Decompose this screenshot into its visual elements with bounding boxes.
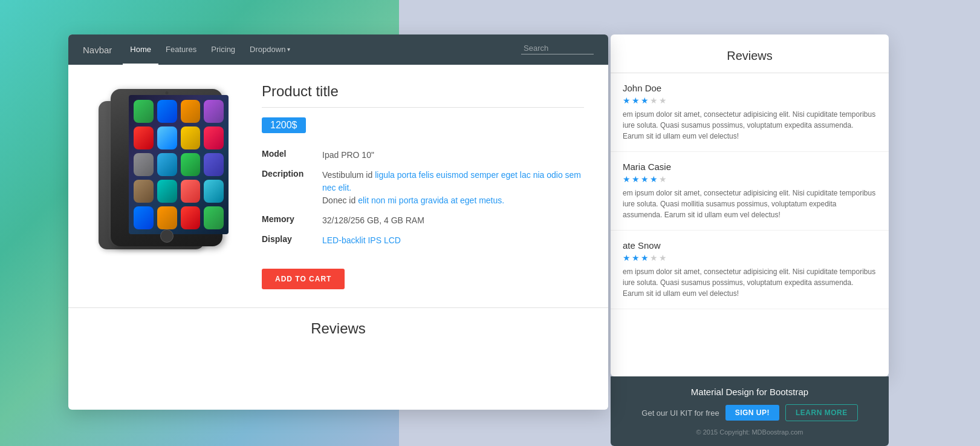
star-icon: ★ [623, 174, 631, 184]
stars-2: ★ ★ ★ ★ ★ [623, 174, 877, 184]
app-icon [157, 180, 177, 203]
footer-copyright: © 2015 Copyright: MDBoostrap.com [696, 428, 803, 436]
star-icon: ★ [659, 253, 667, 263]
app-icon [181, 180, 201, 203]
display-link[interactable]: LED-backlit IPS LCD [322, 235, 401, 245]
product-area: Product title 1200$ Model Ipad PRO 10" D… [68, 65, 608, 301]
add-to-cart-button[interactable]: ADD TO CART [262, 269, 345, 289]
app-icon [181, 206, 201, 229]
navbar: Navbar Home Features Pricing Dropdown ▾ [68, 34, 608, 65]
spec-label-memory: Memory [262, 214, 322, 227]
reviews-title: Reviews [92, 320, 584, 344]
app-icon [157, 206, 177, 229]
spec-label-model: Model [262, 149, 322, 162]
spec-value-memory: 32/128/256 GB, 4 GB RAM [322, 214, 424, 227]
review-item-1: John Doe ★ ★ ★ ★ ★ em ipsum dolor sit am… [611, 73, 889, 152]
nav-home[interactable]: Home [123, 34, 158, 65]
review-text-1: em ipsum dolor sit amet, consectetur adi… [623, 109, 877, 142]
star-icon: ★ [641, 96, 649, 105]
app-icon [204, 126, 224, 149]
star-icon: ★ [632, 96, 640, 105]
ipad-screen [129, 95, 229, 234]
spec-label-display: Display [262, 234, 322, 247]
app-icon [204, 206, 224, 229]
reviewer-name-1: John Doe [623, 83, 877, 93]
learn-more-button[interactable]: LEARN MORE [785, 404, 858, 421]
review-text-2: em ipsum dolor sit amet, consectetur adi… [623, 188, 877, 220]
nav-pricing[interactable]: Pricing [204, 34, 242, 65]
navbar-search [521, 42, 594, 57]
nav-links: Home Features Pricing Dropdown ▾ [123, 34, 521, 65]
review-text-3: em ipsum dolor sit amet, consectetur adi… [623, 266, 877, 299]
star-icon: ★ [623, 253, 631, 263]
ipad-screen-inner [129, 95, 229, 234]
footer-actions: Get our UI KIT for free SIGN UP! LEARN M… [641, 404, 857, 421]
star-icon: ★ [659, 96, 667, 105]
spec-row-memory: Memory 32/128/256 GB, 4 GB RAM [262, 211, 584, 231]
dropdown-arrow-icon: ▾ [287, 46, 290, 53]
spec-value-model: Ipad PRO 10" [322, 149, 374, 162]
app-icon [157, 126, 177, 149]
footer-card: Material Design for Bootstrap Get our UI… [611, 376, 889, 446]
footer-title: Material Design for Bootstrap [691, 387, 808, 397]
reviewer-name-2: Maria Casie [623, 162, 877, 172]
app-icon [134, 153, 154, 176]
review-item-3: ate Snow ★ ★ ★ ★ ★ em ipsum dolor sit am… [611, 231, 889, 309]
app-icon [204, 153, 224, 176]
product-image-container [92, 83, 238, 264]
star-icon: ★ [650, 96, 658, 105]
app-icon [181, 100, 201, 123]
footer-cta-text: Get our UI KIT for free [641, 408, 719, 418]
star-icon: ★ [659, 174, 667, 184]
app-icon [204, 100, 224, 123]
spec-table: Model Ipad PRO 10" Decription Vestibulum… [262, 145, 584, 251]
stars-1: ★ ★ ★ ★ ★ [623, 96, 877, 105]
star-icon: ★ [641, 174, 649, 184]
app-icon [134, 206, 154, 229]
right-panel-card: Reviews John Doe ★ ★ ★ ★ ★ em ipsum dolo… [611, 34, 889, 376]
ipad-image [99, 89, 232, 264]
spec-row-display: Display LED-backlit IPS LCD [262, 231, 584, 251]
navbar-brand: Navbar [83, 45, 112, 55]
app-icon [204, 180, 224, 203]
reviews-section: Reviews [68, 307, 608, 344]
stars-3: ★ ★ ★ ★ ★ [623, 253, 877, 263]
product-info: Product title 1200$ Model Ipad PRO 10" D… [262, 83, 584, 289]
star-icon: ★ [632, 174, 640, 184]
spec-label-description: Decription [262, 169, 322, 207]
ipad-body [111, 89, 222, 246]
app-icon [134, 100, 154, 123]
product-divider [262, 107, 584, 108]
app-icon [157, 100, 177, 123]
spec-value-display: LED-backlit IPS LCD [322, 234, 401, 247]
review-item-2: Maria Casie ★ ★ ★ ★ ★ em ipsum dolor sit… [611, 152, 889, 231]
app-icon [134, 180, 154, 203]
reviewer-name-3: ate Snow [623, 240, 877, 251]
spec-row-description: Decription Vestibulum id ligula porta fe… [262, 165, 584, 211]
star-icon: ★ [650, 253, 658, 263]
price-badge: 1200$ [262, 117, 306, 133]
star-icon: ★ [623, 96, 631, 105]
product-title: Product title [262, 83, 584, 100]
app-icon [157, 153, 177, 176]
star-icon: ★ [650, 174, 658, 184]
main-card: Navbar Home Features Pricing Dropdown ▾ [68, 34, 608, 410]
nav-features[interactable]: Features [158, 34, 204, 65]
star-icon: ★ [632, 253, 640, 263]
app-icon [181, 153, 201, 176]
search-input[interactable] [521, 42, 594, 54]
ipad-home-button [160, 229, 174, 243]
app-icon [134, 126, 154, 149]
app-icon [181, 126, 201, 149]
signup-button[interactable]: SIGN UP! [725, 405, 779, 421]
nav-dropdown[interactable]: Dropdown ▾ [242, 34, 297, 65]
right-reviews-title: Reviews [611, 34, 889, 73]
spec-row-model: Model Ipad PRO 10" [262, 145, 584, 165]
star-icon: ★ [641, 253, 649, 263]
spec-value-description: Vestibulum id ligula porta felis euismod… [322, 169, 584, 207]
ipad-camera [165, 91, 168, 94]
